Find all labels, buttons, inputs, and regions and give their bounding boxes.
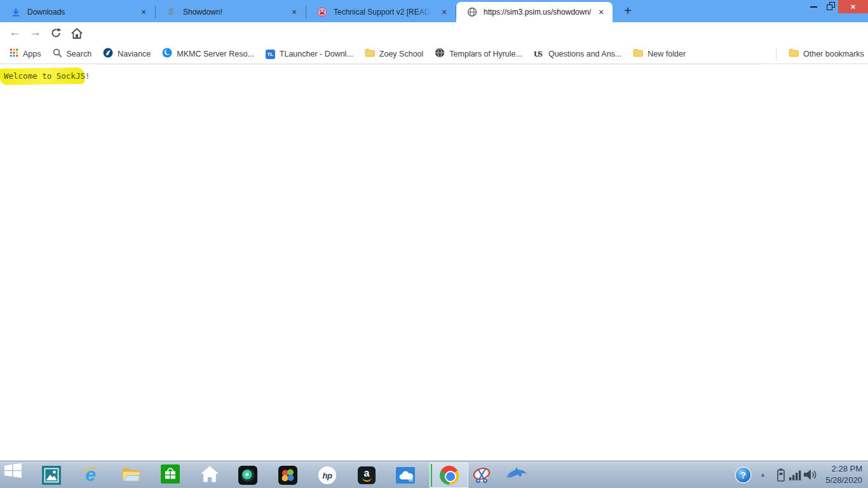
amazon-icon: a bbox=[358, 466, 376, 484]
apps-grid-icon bbox=[10, 48, 18, 60]
clock-time: 2:28 PM bbox=[805, 463, 862, 475]
help-icon[interactable]: ? bbox=[736, 468, 750, 482]
globe-icon bbox=[466, 7, 477, 18]
taskbar-hp[interactable]: hp bbox=[316, 464, 339, 487]
restore-button[interactable] bbox=[824, 0, 839, 13]
clock[interactable]: 2:28 PM 5/28/2020 bbox=[805, 463, 862, 486]
reload-icon[interactable] bbox=[50, 27, 62, 41]
other-bookmarks[interactable]: Other bookmarks bbox=[783, 46, 868, 62]
new-tab-button[interactable]: + bbox=[619, 2, 637, 20]
folder-icon bbox=[633, 48, 643, 60]
tab-title: Showdown! bbox=[183, 8, 284, 17]
tab-strip: Downloads × S Showdown! × Technical Supp… bbox=[0, 0, 868, 22]
tab-downloads[interactable]: Downloads × bbox=[0, 2, 155, 22]
bookmark-mkmc[interactable]: MKMC Server Reso... bbox=[156, 46, 260, 62]
bookmark-templars[interactable]: Templars of Hyrule... bbox=[429, 46, 528, 62]
bookmark-questions[interactable]: US Questions and Ans... bbox=[528, 46, 627, 62]
tab-showdown[interactable]: S Showdown! × bbox=[156, 2, 306, 22]
bookmarks-bar: Apps Search Naviance MKMC Server Reso... bbox=[0, 44, 868, 64]
color-puzzle-icon bbox=[278, 466, 297, 485]
file-explorer-icon bbox=[121, 466, 141, 485]
taskbar-file-explorer[interactable] bbox=[119, 464, 142, 487]
pink-monster-icon bbox=[316, 7, 327, 18]
tab-title: Technical Support v2 [READ ORIG bbox=[334, 8, 434, 17]
bookmark-new-folder[interactable]: New folder bbox=[627, 46, 691, 62]
page-content: Welcome to SockJS! bbox=[0, 65, 868, 461]
us-icon: US bbox=[534, 49, 544, 59]
clock-date: 5/28/2020 bbox=[805, 475, 862, 486]
bookmark-zoey-school[interactable]: Zoey School bbox=[359, 46, 429, 62]
back-icon[interactable]: ← bbox=[9, 25, 21, 39]
dolphin-icon bbox=[505, 466, 528, 484]
showdown-s-icon: S bbox=[166, 7, 177, 18]
tab-title: Downloads bbox=[27, 8, 133, 17]
internet-explorer-icon: e bbox=[81, 465, 102, 485]
tab-active-sockjs[interactable]: https://sim3.psim.us/showdown/ × bbox=[456, 2, 613, 22]
forward-icon[interactable]: → bbox=[29, 25, 41, 39]
sockjs-welcome-text: Welcome to SockJS! bbox=[4, 71, 90, 81]
taskbar-color-puzzle-app[interactable] bbox=[276, 464, 299, 487]
media-lens-icon bbox=[238, 466, 257, 485]
home-icon[interactable] bbox=[71, 27, 83, 42]
browser-toolbar: ← → sim3.psim.us/showdown/ ☆ ⋮ bbox=[0, 22, 868, 44]
photos-icon bbox=[42, 466, 61, 485]
taskbar-media-lens-app[interactable] bbox=[236, 464, 259, 487]
taskbar-photos[interactable] bbox=[40, 464, 63, 487]
snipping-tool-icon bbox=[471, 464, 492, 487]
minimize-button[interactable] bbox=[806, 0, 821, 13]
windows-logo-icon bbox=[4, 463, 22, 478]
taskbar: e bbox=[0, 461, 868, 488]
network-signal-icon[interactable] bbox=[789, 470, 802, 483]
naviance-icon bbox=[103, 48, 113, 60]
download-icon bbox=[10, 7, 21, 18]
taskbar-internet-explorer[interactable]: e bbox=[80, 464, 103, 487]
taskbar-dolphin[interactable] bbox=[505, 464, 528, 487]
taskbar-microsoft-store[interactable] bbox=[159, 464, 182, 487]
dark-globe-icon bbox=[435, 48, 445, 60]
hp-icon: hp bbox=[318, 466, 336, 484]
taskbar-amazon[interactable]: a bbox=[355, 464, 378, 487]
microsoft-store-icon bbox=[161, 464, 180, 486]
close-icon[interactable]: × bbox=[596, 7, 606, 17]
taskbar-snipping-tool[interactable] bbox=[470, 464, 493, 487]
chrome-icon bbox=[440, 466, 459, 485]
house-icon bbox=[200, 465, 219, 485]
close-icon[interactable]: × bbox=[289, 7, 299, 17]
minimize-icon bbox=[810, 6, 817, 8]
close-icon[interactable]: × bbox=[439, 7, 449, 17]
mkmc-icon bbox=[162, 48, 172, 60]
taskbar-chrome-active[interactable] bbox=[430, 463, 468, 488]
hidden-icons-arrow[interactable]: ▲ bbox=[760, 471, 766, 478]
folder-icon bbox=[789, 48, 799, 60]
close-window-button[interactable]: × bbox=[838, 0, 868, 13]
taskbar-home-app[interactable] bbox=[198, 464, 221, 487]
tab-technical-support[interactable]: Technical Support v2 [READ ORIG × bbox=[306, 2, 456, 22]
folder-icon bbox=[365, 48, 375, 60]
search-icon bbox=[53, 48, 62, 60]
bookmark-naviance[interactable]: Naviance bbox=[97, 46, 156, 62]
bookmark-search[interactable]: Search bbox=[47, 46, 98, 62]
close-icon[interactable]: × bbox=[139, 7, 149, 17]
tlauncher-icon: TL bbox=[266, 50, 275, 59]
bookmarks-separator bbox=[776, 48, 776, 60]
start-button[interactable] bbox=[0, 461, 25, 479]
tab-title: https://sim3.psim.us/showdown/ bbox=[484, 8, 591, 17]
bookmark-tlauncher[interactable]: TL TLauncher - Downl... bbox=[260, 46, 359, 62]
apps-shortcut[interactable]: Apps bbox=[4, 46, 47, 62]
cloud-icon: ● bbox=[396, 467, 415, 484]
desktop: Downloads × S Showdown! × Technical Supp… bbox=[0, 0, 868, 488]
taskbar-cloud-drive[interactable]: ● bbox=[394, 464, 417, 487]
battery-icon[interactable] bbox=[777, 468, 785, 484]
